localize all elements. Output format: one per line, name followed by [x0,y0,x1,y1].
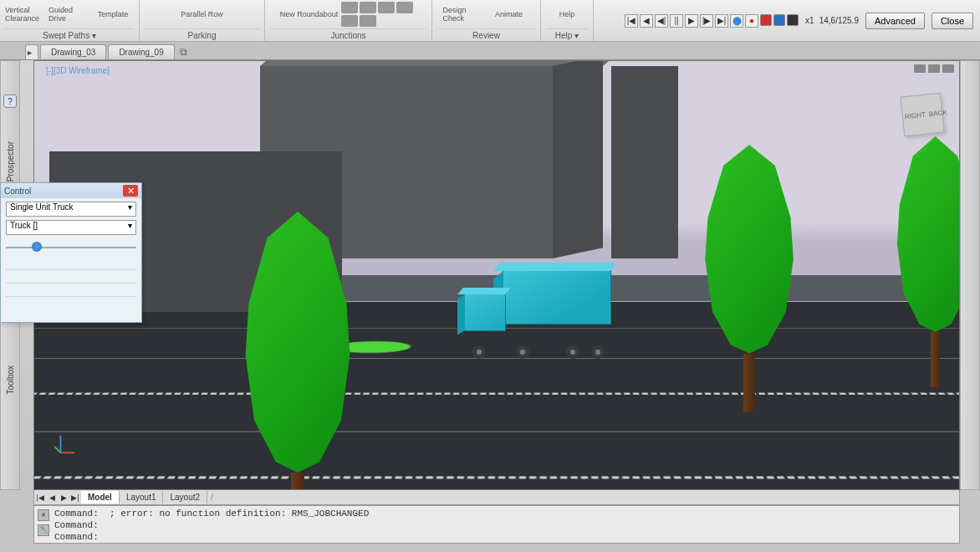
wheel-icon [566,345,579,359]
right-scroll-strip[interactable] [960,60,980,490]
command-output: Command: [54,519,956,531]
junction-icon[interactable] [341,15,358,27]
junction-icon[interactable] [360,2,376,13]
tab-nav-last[interactable]: ▶| [69,492,81,503]
go-end-button[interactable]: ▶| [715,14,728,28]
maximize-icon[interactable] [928,64,940,73]
wheel-icon [472,345,486,359]
record-button[interactable]: ● [745,14,758,28]
control-panel-title: Control [4,187,31,196]
tab-nav-prev[interactable]: ◀ [46,492,58,503]
layout-tab-model[interactable]: Model [81,491,120,503]
vehicle-truck [469,270,611,354]
viewport-title[interactable]: [-][3D Wireframe] [41,64,115,77]
wheel-icon [591,345,605,359]
junction-tool-icons [341,2,416,27]
vehicle-class-select[interactable]: Single Unit Truck▾ [6,202,136,217]
prospector-panel-tab[interactable]: Prospector [6,141,15,181]
slider-thumb[interactable] [32,242,42,252]
close-button[interactable]: Close [932,13,973,29]
help-button[interactable]: Help [546,2,588,27]
layout-tab[interactable]: Layout2 [163,491,207,503]
ribbon: Vertical Clearance Guided Drive Template… [0,0,980,42]
template-button[interactable]: Template [92,2,134,27]
command-settings-icon[interactable]: 🔧 [38,524,49,536]
truck-box [503,270,611,325]
pause-button[interactable]: || [670,14,683,28]
ribbon-group-label: Review [437,28,535,41]
viewcube-face[interactable]: RIGHT [902,109,927,122]
play-button[interactable]: ▶ [685,14,698,28]
rewind-button[interactable]: ◀| [655,14,668,28]
toolbox-panel-tab[interactable]: Toolbox [6,365,15,394]
ribbon-right: |◀ ◀ ◀| || ▶ |▶ ▶| ⬤ ● x1 14,6/125.9 Adv… [618,0,980,41]
ribbon-group-junctions: New Roundabout Junctions [265,0,432,41]
ribbon-group-swept-paths: Vertical Clearance Guided Drive Template… [0,0,140,41]
tree [243,212,352,490]
status-readout: x1 14,6/125.9 [805,16,859,25]
model-viewport[interactable]: [-][3D Wireframe] RIGHT BACK WCS [33,60,960,490]
command-output: Command: ; error: no function definition… [54,508,956,519]
ribbon-group-review: Design Check Animate Review [432,0,541,41]
vertical-clearance-button[interactable]: Vertical Clearance [5,2,47,27]
truck-cab [464,294,506,331]
close-icon[interactable]: ✕ [123,185,138,197]
command-close-icon[interactable]: ✕ [38,509,49,521]
parallel-row-button[interactable]: Parallel Row [181,2,223,27]
layout-tab-bar: |◀ ◀ ▶ ▶| Model Layout1 Layout2 / [33,490,960,505]
advanced-button[interactable]: Advanced [865,13,925,29]
axis-gizmo-icon [54,432,78,456]
minimize-icon[interactable] [914,64,926,73]
command-input[interactable]: Command: [54,531,956,543]
junction-icon[interactable] [396,2,413,13]
viewport-window-controls [914,64,954,73]
animate-button[interactable]: Animate [488,2,530,27]
ribbon-group-label: Junctions [270,28,426,41]
viewcube-face[interactable]: BACK [926,106,949,120]
junction-icon[interactable] [378,2,395,13]
design-check-button[interactable]: Design Check [443,2,485,27]
new-roundabout-button[interactable]: New Roundabout [280,2,339,27]
doc-tab[interactable]: Drawing_03 [40,44,106,59]
car-icon[interactable] [773,14,785,26]
junction-icon[interactable] [360,15,376,27]
ribbon-group-label: Parking [145,28,259,41]
loop-button[interactable]: ⬤ [730,14,743,28]
zoom-level: x1 [805,16,814,25]
vehicle-select[interactable]: Truck []▾ [6,220,136,235]
ribbon-group-label[interactable]: Swept Paths ▾ [5,28,134,41]
tree [896,136,960,387]
control-panel-titlebar[interactable]: Control ✕ [1,183,141,198]
view-icon[interactable] [787,14,799,26]
close-icon[interactable] [942,64,954,73]
help-icon[interactable]: ? [3,95,17,108]
viewcube[interactable]: RIGHT BACK [900,93,944,137]
wheel-icon [516,345,529,359]
ribbon-group-parking: Parallel Row Parking [140,0,265,41]
doc-tab[interactable]: Drawing_09 [108,44,174,59]
command-window[interactable]: ✕ 🔧 Command: ; error: no function defini… [33,505,960,544]
tab-nav-next[interactable]: ▶ [58,492,69,503]
doc-tab-more-icon[interactable]: ⧉ [176,44,191,59]
tree [703,145,795,412]
doc-tab-menu[interactable]: ▸ [25,44,38,59]
guided-drive-button[interactable]: Guided Drive [48,2,90,27]
animation-slider[interactable] [6,238,136,257]
go-start-button[interactable]: |◀ [625,14,638,28]
ribbon-group-label[interactable]: Help ▾ [546,28,588,41]
ribbon-group-help: Help Help ▾ [541,0,594,41]
building-side [611,66,678,258]
coordinates: 14,6/125.9 [819,16,859,25]
step-back-button[interactable]: ◀ [640,14,653,28]
layout-tab[interactable]: Layout1 [120,491,164,503]
tab-nav-first[interactable]: |◀ [34,492,46,503]
step-fwd-button[interactable]: |▶ [700,14,713,28]
flag-icon[interactable] [760,14,772,26]
document-tabs: ▸ Drawing_03 Drawing_09 ⧉ [0,42,980,60]
svg-line-2 [54,447,60,452]
junction-icon[interactable] [341,2,358,13]
playback-controls: |◀ ◀ ◀| || ▶ |▶ ▶| ⬤ ● [625,14,799,28]
control-panel: Control ✕ Single Unit Truck▾ Truck []▾ [0,182,142,323]
